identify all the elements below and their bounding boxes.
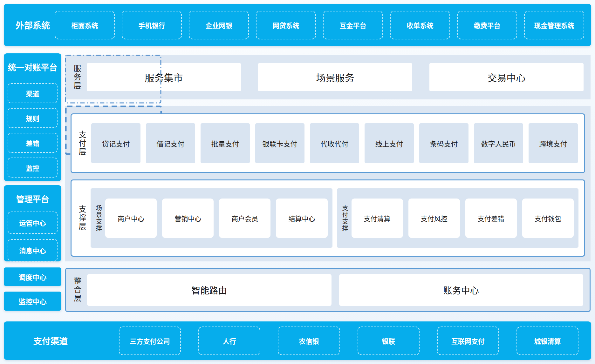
external-system-node-label: 企业网银 <box>206 20 232 30</box>
payment-support-node-label: 支付清算 <box>364 213 391 223</box>
external-system-node-label: 缴费平台 <box>474 20 501 30</box>
payment-channel-node: 农信银 <box>278 327 340 355</box>
payment-node: 银联卡支付 <box>255 123 304 163</box>
payment-architecture-diagram: 外部系统 柜面系统 手机银行 企业网银 网贷系统 <box>0 0 595 364</box>
payment-support-items: 支付清算 支付风控 支付差错 支付钱包 <box>352 199 574 238</box>
payment-support-node-label: 支付风控 <box>421 213 448 223</box>
support-layer: 支撑层 场景支撑 商户中心 营销中心 <box>71 179 585 257</box>
external-system-node: 柜面系统 <box>55 11 115 39</box>
integration-layer: 整合层 智能路由 账务中心 <box>65 268 591 312</box>
management-platform-title: 管理平台 <box>4 193 61 205</box>
management-node-label: 运管中心 <box>19 218 46 227</box>
payment-channel-node: 银联 <box>358 327 420 355</box>
reconciliation-node-label: 渠道 <box>26 89 39 98</box>
payment-node: 数字人民币 <box>474 123 523 163</box>
payment-channel-node-label: 人行 <box>223 336 236 346</box>
payment-support-node: 支付风控 <box>408 199 460 238</box>
payment-support-node: 支付钱包 <box>522 199 574 238</box>
scene-support-node-label: 商户中心 <box>118 213 144 223</box>
payment-node-label: 代收代付 <box>320 138 348 148</box>
payment-node-label: 跨境支付 <box>539 138 567 148</box>
payment-channel-node: 互联网支付 <box>437 327 499 355</box>
integration-node-label: 账务中心 <box>443 284 479 296</box>
payment-node-label: 线上支付 <box>375 138 403 148</box>
management-platform-items: 运管中心 消息中心 <box>4 212 61 261</box>
scene-support-node: 商户会员 <box>219 199 270 238</box>
payment-node-label: 条码支付 <box>430 138 458 148</box>
payment-channel-node-label: 互联网支付 <box>451 336 485 346</box>
payment-channels-items: 三方支付公司 人行 农信银 银联 互联网支付 城银 <box>90 327 584 355</box>
reconciliation-node: 监控 <box>8 158 58 178</box>
scene-support-node-label: 营销中心 <box>174 213 201 223</box>
scene-support-label: 场景支撑 <box>95 205 101 232</box>
external-system-node: 网贷系统 <box>256 11 316 39</box>
payment-channel-node-label: 城银清算 <box>534 336 561 346</box>
payment-support-label: 支付支撑 <box>342 205 348 232</box>
support-layer-label: 支撑层 <box>78 205 85 231</box>
payment-node-label: 银联卡支付 <box>262 138 297 148</box>
payment-node-label: 借记支付 <box>156 138 184 148</box>
scene-support-group: 场景支撑 商户中心 营销中心 商 <box>91 188 332 248</box>
management-node-label: 消息中心 <box>19 246 46 255</box>
payment-layer-label: 支付层 <box>78 131 85 156</box>
reconciliation-node-label: 规则 <box>26 113 39 123</box>
payment-channel-node: 三方支付公司 <box>119 327 181 355</box>
integration-node: 智能路由 <box>87 274 332 306</box>
reconciliation-platform-title: 统一对账平台 <box>4 61 61 73</box>
external-system-node-label: 收单系统 <box>407 20 434 30</box>
external-system-node: 缴费平台 <box>457 11 517 39</box>
payment-channel-node-label: 银联 <box>382 336 395 346</box>
management-node: 消息中心 <box>8 239 58 261</box>
payment-channel-node-label: 农信银 <box>299 336 319 346</box>
scheduling-center-block: 调度中心 <box>4 267 61 286</box>
payment-node: 批量支付 <box>201 123 250 163</box>
external-system-node-label: 互金平台 <box>340 20 366 30</box>
scene-support-node: 商户中心 <box>105 199 157 238</box>
payment-core-container: 支付层 贷记支付 借记支付 批量支付 银联卡支付 <box>65 106 591 261</box>
integration-node: 账务中心 <box>339 274 584 306</box>
scene-support-node-label: 商户会员 <box>231 213 258 223</box>
payment-node-label: 数字人民币 <box>481 138 516 148</box>
external-system-node-label: 柜面系统 <box>72 20 98 30</box>
reconciliation-node: 规则 <box>8 108 58 128</box>
payment-support-node-label: 支付差错 <box>478 213 504 223</box>
external-system-node: 手机银行 <box>122 11 182 39</box>
payment-support-node: 支付清算 <box>352 199 403 238</box>
management-node: 运管中心 <box>8 212 58 234</box>
payment-node-label: 批量支付 <box>211 138 239 148</box>
external-systems-bar: 外部系统 柜面系统 手机银行 企业网银 网贷系统 <box>4 4 591 46</box>
payment-support-group: 支付支撑 支付清算 支付风控 支 <box>337 188 579 248</box>
reconciliation-node: 差错 <box>8 133 58 153</box>
service-node-label: 场景服务 <box>316 70 354 84</box>
payment-node: 条码支付 <box>419 123 468 163</box>
payment-node: 线上支付 <box>365 123 414 163</box>
monitoring-center-block: 监控中心 <box>4 292 61 311</box>
external-system-node: 收单系统 <box>390 11 450 39</box>
external-system-node-label: 网贷系统 <box>273 20 299 30</box>
service-node-label: 交易中心 <box>488 70 526 84</box>
scene-support-items: 商户中心 营销中心 商户会员 结算中心 <box>105 199 328 238</box>
service-node: 交易中心 <box>429 63 584 91</box>
service-layer-label: 服务层 <box>73 64 80 90</box>
service-node-label: 服务集市 <box>145 70 183 84</box>
reconciliation-platform-items: 渠道 规则 差错 监控 <box>4 83 61 178</box>
external-system-node: 互金平台 <box>323 11 383 39</box>
integration-layer-items: 智能路由 账务中心 <box>87 274 583 306</box>
payment-channel-node: 人行 <box>198 327 260 355</box>
payment-node: 跨境支付 <box>529 123 578 163</box>
external-system-node-label: 现金管理系统 <box>534 20 574 30</box>
payment-support-node: 支付差错 <box>465 199 517 238</box>
external-system-node: 现金管理系统 <box>524 11 584 39</box>
scene-support-node-label: 结算中心 <box>288 213 315 223</box>
reconciliation-node-label: 差错 <box>26 138 39 148</box>
external-system-node-label: 手机银行 <box>139 20 165 30</box>
payment-layer: 支付层 贷记支付 借记支付 批量支付 银联卡支付 <box>71 113 585 173</box>
external-system-node: 企业网银 <box>189 11 249 39</box>
payment-support-node-label: 支付钱包 <box>535 213 561 223</box>
service-node: 服务集市 <box>87 63 241 91</box>
service-layer: 服务层 服务集市 场景服务 交易中心 <box>65 55 591 99</box>
payment-node-label: 贷记支付 <box>102 138 130 148</box>
service-node: 场景服务 <box>258 63 412 91</box>
management-platform-panel: 管理平台 运管中心 消息中心 <box>4 185 61 261</box>
payment-node: 借记支付 <box>146 123 195 163</box>
